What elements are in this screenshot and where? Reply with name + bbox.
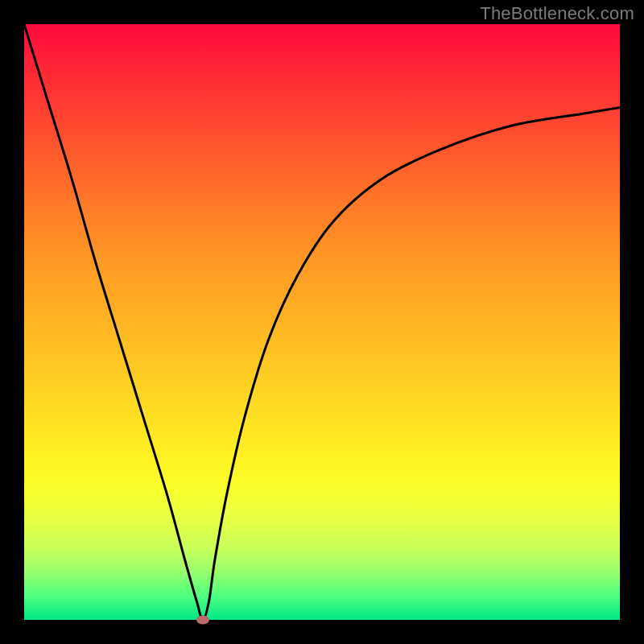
chart-frame: TheBottleneck.com [0, 0, 644, 644]
plot-area [24, 24, 620, 620]
watermark-text: TheBottleneck.com [480, 3, 634, 24]
bottleneck-curve [24, 24, 620, 620]
optimum-marker [196, 616, 209, 625]
